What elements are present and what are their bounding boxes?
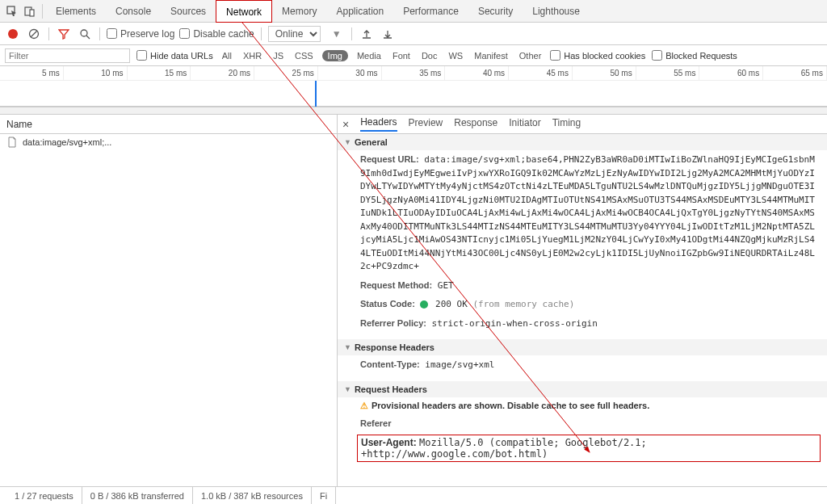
timeline-tick: 20 ms [191,66,254,80]
has-blocked-cookies-checkbox[interactable]: Has blocked cookies [550,50,645,61]
referer-row: Referer [338,414,827,434]
filter-type-img[interactable]: Img [322,50,348,61]
request-name: data:image/svg+xml;... [23,137,111,147]
headers-panel: ▼General Request URL: data:image/svg+xml… [338,134,827,486]
svg-line-4 [31,31,37,37]
chevron-down-icon: ▼ [344,343,351,351]
devtools-top-tabs: Elements Console Sources Network Memory … [0,0,827,23]
filter-type-media[interactable]: Media [355,50,384,61]
filter-type-doc[interactable]: Doc [419,50,440,61]
hide-data-urls-checkbox[interactable]: Hide data URLs [136,50,213,61]
filter-type-xhr[interactable]: XHR [241,50,264,61]
name-column-header[interactable]: Name [0,115,338,133]
tab-sources[interactable]: Sources [161,0,216,23]
tab-preview[interactable]: Preview [409,117,443,131]
filter-type-css[interactable]: CSS [292,50,316,61]
clear-icon[interactable] [26,26,42,42]
details-tabs: × Headers Preview Response Initiator Tim… [338,115,827,133]
status-dot-icon [420,300,428,309]
device-toggle-icon[interactable] [21,2,39,20]
tab-console[interactable]: Console [106,0,161,23]
tab-response[interactable]: Response [454,117,497,131]
search-icon[interactable] [77,26,93,42]
tab-timing[interactable]: Timing [552,117,581,131]
status-resources: 1.0 kB / 387 kB resources [193,487,312,504]
content-type-row: Content-Type: image/svg+xml [338,355,827,375]
request-row[interactable]: data:image/svg+xml;... [0,134,337,150]
warning-icon: ⚠ [360,401,368,410]
disable-cache-checkbox[interactable]: Disable cache [179,28,254,40]
tab-elements[interactable]: Elements [46,0,106,23]
divider [0,107,827,115]
timeline-tick: 30 ms [318,66,382,80]
tab-performance[interactable]: Performance [393,0,468,23]
timeline[interactable]: 5 ms 10 ms 15 ms 20 ms 25 ms 30 ms 35 ms… [0,66,827,107]
throttling-select[interactable]: Online [268,26,321,42]
blocked-requests-checkbox[interactable]: Blocked Requests [652,50,737,61]
inspect-icon[interactable] [3,2,21,20]
download-har-icon[interactable] [380,26,396,42]
timeline-tick: 60 ms [699,66,763,80]
section-general[interactable]: ▼General [338,134,827,150]
tab-headers[interactable]: Headers [360,116,397,132]
upload-har-icon[interactable] [359,26,375,42]
status-finish: Fi [312,487,336,504]
timeline-tick: 25 ms [254,66,318,80]
svg-rect-2 [30,10,34,16]
filter-type-manifest[interactable]: Manifest [472,50,510,61]
timeline-tick: 45 ms [509,66,573,80]
svg-point-5 [81,30,87,36]
user-agent-row: User-Agent: Mozilla/5.0 (compatible; Goo… [357,435,821,462]
filter-icon[interactable] [56,26,72,42]
timeline-tick: 65 ms [763,66,827,80]
timeline-tick: 10 ms [64,66,128,80]
section-request-headers[interactable]: ▼Request Headers [338,381,827,397]
timeline-ticks: 5 ms 10 ms 15 ms 20 ms 25 ms 30 ms 35 ms… [0,66,827,81]
tab-lighthouse[interactable]: Lighthouse [523,0,590,23]
status-bar: 1 / 27 requests 0 B / 386 kB transferred… [0,486,827,504]
network-toolbar: Preserve log Disable cache Online ▼ [0,23,827,45]
chevron-down-icon: ▼ [344,385,351,393]
network-conditions-icon[interactable]: ▼ [329,26,345,42]
status-requests: 1 / 27 requests [6,487,82,504]
filter-bar: Hide data URLs All XHR JS CSS Img Media … [0,45,827,66]
timeline-tick: 15 ms [128,66,191,80]
file-icon [6,136,18,148]
timeline-tick: 55 ms [636,66,700,80]
section-response-headers[interactable]: ▼Response Headers [338,339,827,355]
timeline-tick: 50 ms [573,66,636,80]
timeline-marker [315,81,317,107]
close-icon[interactable]: × [342,118,349,131]
tab-initiator[interactable]: Initiator [509,117,540,131]
tab-application[interactable]: Application [326,0,393,23]
timeline-tick: 35 ms [382,66,446,80]
referrer-policy-row: Referrer Policy: strict-origin-when-cros… [338,314,827,334]
tab-security[interactable]: Security [468,0,523,23]
timeline-tick: 5 ms [0,66,64,80]
svg-line-6 [86,36,90,39]
timeline-tick: 40 ms [445,66,509,80]
filter-type-other[interactable]: Other [517,50,544,61]
filter-type-js[interactable]: JS [271,50,286,61]
status-transferred: 0 B / 386 kB transferred [82,487,193,504]
tab-memory[interactable]: Memory [272,0,326,23]
request-list: data:image/svg+xml;... [0,134,338,486]
request-url-row: Request URL: data:image/svg+xml;base64,P… [338,150,827,276]
chevron-down-icon: ▼ [344,138,351,146]
record-button[interactable] [5,26,21,42]
request-method-row: Request Method: GET [338,276,827,296]
status-code-row: Status Code: 200 OK (from memory cache) [338,295,827,314]
columns-header: Name × Headers Preview Response Initiato… [0,115,827,134]
provisional-warning: ⚠Provisional headers are shown. Disable … [338,397,827,414]
filter-input[interactable] [5,48,130,63]
tab-network[interactable]: Network [216,0,272,23]
filter-type-font[interactable]: Font [390,50,413,61]
filter-type-ws[interactable]: WS [446,50,465,61]
filter-type-all[interactable]: All [220,50,234,61]
preserve-log-checkbox[interactable]: Preserve log [107,28,174,40]
